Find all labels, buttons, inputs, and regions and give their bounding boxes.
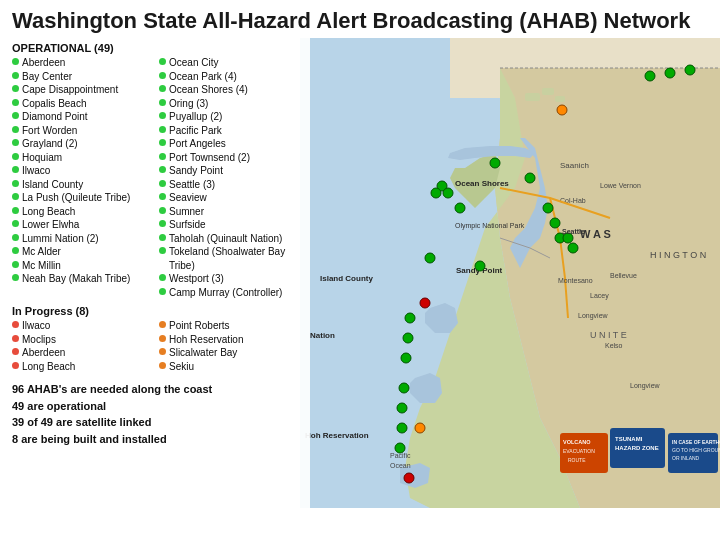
svg-text:GO TO HIGH GROUND: GO TO HIGH GROUND bbox=[672, 447, 720, 453]
svg-text:Saanich: Saanich bbox=[560, 161, 589, 170]
map-dot-hoh bbox=[415, 423, 425, 433]
list-item: Fort Worden bbox=[12, 124, 155, 138]
green-dot-icon bbox=[12, 247, 19, 254]
green-dot-icon bbox=[159, 139, 166, 146]
list-item: Sekiu bbox=[159, 360, 302, 374]
svg-rect-11 bbox=[542, 88, 554, 95]
svg-text:TSUNAMI: TSUNAMI bbox=[615, 436, 643, 442]
list-item: Port Townsend (2) bbox=[159, 151, 302, 165]
list-item: Ilwaco bbox=[12, 319, 155, 333]
svg-point-39 bbox=[490, 158, 500, 168]
green-dot-icon bbox=[159, 220, 166, 227]
green-dot-icon bbox=[159, 180, 166, 187]
red-dot-icon bbox=[12, 335, 19, 342]
list-item: Copalis Beach bbox=[12, 97, 155, 111]
svg-point-29 bbox=[431, 188, 441, 198]
operational-title: OPERATIONAL (49) bbox=[12, 42, 302, 54]
map-dot-island-county bbox=[525, 173, 535, 183]
operational-list: Aberdeen Bay Center Cape Disappointment … bbox=[12, 56, 302, 299]
svg-point-47 bbox=[685, 65, 695, 75]
green-dot-icon bbox=[159, 207, 166, 214]
map-dot-sandy-point bbox=[475, 261, 485, 271]
svg-point-30 bbox=[405, 313, 415, 323]
green-dot-icon bbox=[159, 99, 166, 106]
svg-point-33 bbox=[399, 383, 409, 393]
svg-point-40 bbox=[543, 203, 553, 213]
stat-line2: 49 are operational bbox=[12, 398, 302, 415]
list-item: Seattle (3) bbox=[159, 178, 302, 192]
in-progress-col1: Ilwaco Moclips Aberdeen Long Beach bbox=[12, 319, 155, 373]
svg-point-36 bbox=[395, 443, 405, 453]
list-item: Surfside bbox=[159, 218, 302, 232]
svg-point-28 bbox=[443, 188, 453, 198]
svg-text:Kelso: Kelso bbox=[605, 342, 623, 349]
list-item: Long Beach bbox=[12, 205, 155, 219]
green-dot-icon bbox=[159, 166, 166, 173]
red-dot-icon bbox=[12, 321, 19, 328]
svg-text:Longview: Longview bbox=[578, 312, 609, 320]
list-item: Neah Bay (Makah Tribe) bbox=[12, 272, 155, 286]
list-item: Long Beach bbox=[12, 360, 155, 374]
svg-text:OR INLAND: OR INLAND bbox=[672, 455, 700, 461]
svg-text:H I N G T O N: H I N G T O N bbox=[650, 250, 706, 260]
in-progress-col2: Point Roberts Hoh Reservation Slicalwate… bbox=[159, 319, 302, 373]
stat-line4: 8 are being built and installed bbox=[12, 431, 302, 448]
map-dot-moclips bbox=[420, 298, 430, 308]
green-dot-icon bbox=[159, 126, 166, 133]
list-item: Moclips bbox=[12, 333, 155, 347]
green-dot-icon bbox=[12, 193, 19, 200]
red-dot-icon bbox=[12, 348, 19, 355]
red-dot-icon bbox=[12, 362, 19, 369]
svg-point-35 bbox=[397, 423, 407, 433]
list-item: Port Angeles bbox=[159, 137, 302, 151]
green-dot-icon bbox=[12, 234, 19, 241]
map-area: W A S H I N G T O N U N I T E Saanich Co… bbox=[300, 38, 720, 508]
orange-dot-icon bbox=[159, 362, 166, 369]
green-dot-icon bbox=[12, 274, 19, 281]
green-dot-icon bbox=[159, 58, 166, 65]
list-item: Camp Murray (Controller) bbox=[159, 286, 302, 300]
svg-point-41 bbox=[550, 218, 560, 228]
green-dot-icon bbox=[12, 112, 19, 119]
svg-text:VOLCANO: VOLCANO bbox=[563, 439, 591, 445]
list-item: Aberdeen bbox=[12, 346, 155, 360]
green-dot-icon bbox=[12, 220, 19, 227]
green-dot-icon bbox=[12, 207, 19, 214]
list-item: Ocean Park (4) bbox=[159, 70, 302, 84]
svg-rect-12 bbox=[555, 96, 565, 102]
list-item: Cape Disappointment bbox=[12, 83, 155, 97]
svg-point-45 bbox=[645, 71, 655, 81]
svg-text:EVACUATION: EVACUATION bbox=[563, 448, 595, 454]
green-dot-icon bbox=[12, 261, 19, 268]
list-item: Hoh Reservation bbox=[159, 333, 302, 347]
map-dot-point-roberts bbox=[557, 105, 567, 115]
operational-col1: Aberdeen Bay Center Cape Disappointment … bbox=[12, 56, 155, 299]
page-title: Washington State All-Hazard Alert Broadc… bbox=[12, 8, 708, 34]
in-progress-title: In Progress (8) bbox=[12, 305, 302, 317]
list-item: Oring (3) bbox=[159, 97, 302, 111]
left-panel: OPERATIONAL (49) Aberdeen Bay Center Cap… bbox=[0, 38, 310, 508]
green-dot-icon bbox=[159, 153, 166, 160]
svg-text:Longview: Longview bbox=[630, 382, 661, 390]
green-dot-icon bbox=[12, 153, 19, 160]
svg-text:Ocean Shores: Ocean Shores bbox=[455, 179, 509, 188]
svg-rect-10 bbox=[525, 93, 540, 101]
orange-dot-icon bbox=[159, 348, 166, 355]
green-dot-icon bbox=[159, 193, 166, 200]
list-item: Island County bbox=[12, 178, 155, 192]
svg-text:Olympic National Park: Olympic National Park bbox=[455, 222, 525, 230]
svg-text:Montesano: Montesano bbox=[558, 277, 593, 284]
list-item: Puyallup (2) bbox=[159, 110, 302, 124]
svg-point-46 bbox=[665, 68, 675, 78]
list-item: Westport (3) bbox=[159, 272, 302, 286]
list-item: Point Roberts bbox=[159, 319, 302, 333]
list-item: Lower Elwha bbox=[12, 218, 155, 232]
list-item: Bay Center bbox=[12, 70, 155, 84]
green-dot-icon bbox=[159, 85, 166, 92]
list-item: Mc Millin bbox=[12, 259, 155, 273]
list-item: Diamond Point bbox=[12, 110, 155, 124]
svg-point-44 bbox=[568, 243, 578, 253]
svg-point-31 bbox=[403, 333, 413, 343]
green-dot-icon bbox=[159, 72, 166, 79]
green-dot-icon bbox=[12, 166, 19, 173]
